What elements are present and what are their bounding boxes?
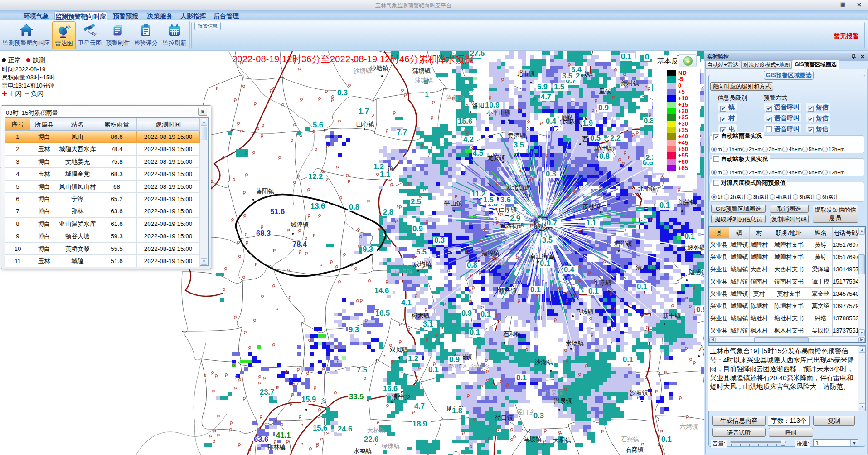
svg-text:5.6: 5.6 <box>313 121 323 129</box>
svg-text:0.5: 0.5 <box>590 134 601 142</box>
svg-text:0.1: 0.1 <box>637 282 647 290</box>
svg-text:2.2: 2.2 <box>610 134 621 142</box>
svg-text:3.1: 3.1 <box>423 320 433 328</box>
svg-text:那林镇: 那林镇 <box>267 444 286 450</box>
svg-text:0.4: 0.4 <box>564 265 575 274</box>
svg-text:0.3: 0.3 <box>434 236 445 244</box>
svg-text:68.3: 68.3 <box>256 229 271 237</box>
svg-text:13.6: 13.6 <box>310 202 325 210</box>
svg-text:浪平乡: 浪平乡 <box>392 393 411 400</box>
svg-text:0.3: 0.3 <box>533 411 544 420</box>
svg-text:12.2: 12.2 <box>308 172 323 181</box>
svg-text:0.1: 0.1 <box>659 201 670 209</box>
svg-text:1.5: 1.5 <box>554 83 564 91</box>
svg-text:茂林镇: 茂林镇 <box>582 203 601 210</box>
svg-text:1.8: 1.8 <box>452 406 462 415</box>
svg-text:2.9: 2.9 <box>510 214 520 222</box>
svg-text:塘岸镇: 塘岸镇 <box>614 240 633 247</box>
svg-text:南江街道: 南江街道 <box>529 253 554 259</box>
svg-text:北流镇: 北流镇 <box>638 185 657 192</box>
svg-text:成均镇: 成均镇 <box>413 261 432 268</box>
svg-text:3.5: 3.5 <box>542 236 553 244</box>
svg-text:4.2: 4.2 <box>463 135 474 143</box>
svg-text:大垌镇: 大垌镇 <box>553 437 572 444</box>
svg-text:10.9: 10.9 <box>485 101 499 109</box>
svg-text:22.6: 22.6 <box>364 435 378 443</box>
svg-text:六靖镇: 六靖镇 <box>680 423 698 430</box>
svg-text:石窝镇: 石窝镇 <box>626 446 644 453</box>
svg-text:9.3: 9.3 <box>363 245 373 253</box>
svg-text:4.5: 4.5 <box>473 149 483 157</box>
svg-text:14.6: 14.6 <box>374 286 389 294</box>
svg-text:0.5: 0.5 <box>696 305 704 313</box>
svg-text:绿珠镇: 绿珠镇 <box>382 443 400 450</box>
svg-text:2.5: 2.5 <box>411 197 421 205</box>
svg-text:4.7: 4.7 <box>541 93 551 101</box>
svg-text:温泉镇: 温泉镇 <box>545 389 563 396</box>
svg-text:5.5: 5.5 <box>416 248 427 256</box>
svg-text:0: 0 <box>645 53 649 61</box>
svg-text:径口镇: 径口镇 <box>495 414 514 421</box>
svg-text:51.6: 51.6 <box>270 207 285 215</box>
svg-text:洛阳乡: 洛阳乡 <box>446 94 465 101</box>
svg-text:温泉镇: 温泉镇 <box>554 397 572 404</box>
svg-text:沙塘镇: 沙塘镇 <box>370 65 389 72</box>
svg-text:1.1: 1.1 <box>380 170 390 178</box>
svg-text:新圩镇: 新圩镇 <box>594 145 612 152</box>
svg-text:葵阳镇: 葵阳镇 <box>256 188 275 195</box>
svg-text:33.5: 33.5 <box>349 392 364 401</box>
svg-text:新荣镇: 新荣镇 <box>678 199 697 205</box>
svg-text:0.9: 0.9 <box>598 103 609 112</box>
svg-text:9.3: 9.3 <box>349 325 359 333</box>
svg-text:7.7: 7.7 <box>397 128 407 136</box>
svg-text:1.5: 1.5 <box>483 196 494 204</box>
svg-text:隆盛镇: 隆盛镇 <box>689 269 704 276</box>
svg-text:沙湖乡: 沙湖乡 <box>471 363 490 370</box>
svg-text:新丰镇: 新丰镇 <box>663 313 681 319</box>
svg-text:城西街道: 城西街道 <box>499 222 524 229</box>
svg-text:0.1: 0.1 <box>516 373 527 382</box>
svg-text:3.6: 3.6 <box>500 196 511 204</box>
svg-text:18.9: 18.9 <box>412 420 427 428</box>
svg-text:福绵镇: 福绵镇 <box>487 259 506 266</box>
svg-text:0.9: 0.9 <box>449 355 460 363</box>
svg-text:7.5: 7.5 <box>357 366 367 374</box>
svg-text:蒲塘镇: 蒲塘镇 <box>412 68 431 74</box>
svg-text:新村镇: 新村镇 <box>621 80 640 87</box>
svg-text:23.7: 23.7 <box>260 388 274 396</box>
svg-text:樟木镇: 樟木镇 <box>412 313 430 319</box>
svg-text:平乐镇: 平乐镇 <box>594 279 612 286</box>
svg-text:4.7: 4.7 <box>414 402 425 410</box>
svg-text:16.5: 16.5 <box>375 309 390 317</box>
svg-text:0.1: 0.1 <box>530 285 541 294</box>
svg-text:成均镇: 成均镇 <box>394 268 413 275</box>
svg-text:2.8: 2.8 <box>383 208 393 216</box>
svg-text:1.2: 1.2 <box>408 354 418 362</box>
svg-text:水鸣镇: 水鸣镇 <box>353 448 372 455</box>
svg-text:0.9: 0.9 <box>461 309 472 317</box>
svg-text:沙塘镇: 沙塘镇 <box>354 68 372 74</box>
svg-text:3.5: 3.5 <box>562 72 572 80</box>
svg-text:城隍镇: 城隍镇 <box>290 221 309 228</box>
svg-text:沙湖镇: 沙湖镇 <box>535 359 553 366</box>
svg-text:0.8: 0.8 <box>599 152 610 160</box>
svg-text:北市镇: 北市镇 <box>516 70 535 77</box>
svg-text:0.1: 0.1 <box>623 355 633 363</box>
svg-text:清水口镇: 清水口镇 <box>636 264 660 271</box>
svg-text:新桥镇: 新桥镇 <box>499 287 517 294</box>
svg-text:16.6: 16.6 <box>383 384 398 392</box>
svg-text:大桥镇: 大桥镇 <box>367 427 386 434</box>
svg-text:里镇: 里镇 <box>599 88 611 95</box>
svg-text:大坡外镇: 大坡外镇 <box>681 245 704 251</box>
svg-text:龙安镇: 龙安镇 <box>487 154 506 161</box>
svg-text:1.2: 1.2 <box>373 162 384 171</box>
svg-text:Cy: Cy <box>91 31 97 36</box>
svg-text:双凤镇: 双凤镇 <box>390 347 408 353</box>
svg-text:0.8: 0.8 <box>467 261 477 269</box>
svg-text:石寮镇: 石寮镇 <box>621 436 640 443</box>
svg-text:沙坡镇: 沙坡镇 <box>630 389 649 396</box>
svg-text:径口乡: 径口乡 <box>516 409 535 416</box>
svg-text:2: 2 <box>576 72 580 80</box>
svg-text:平山镇: 平山镇 <box>444 200 463 207</box>
svg-text:石和镇: 石和镇 <box>503 331 522 338</box>
